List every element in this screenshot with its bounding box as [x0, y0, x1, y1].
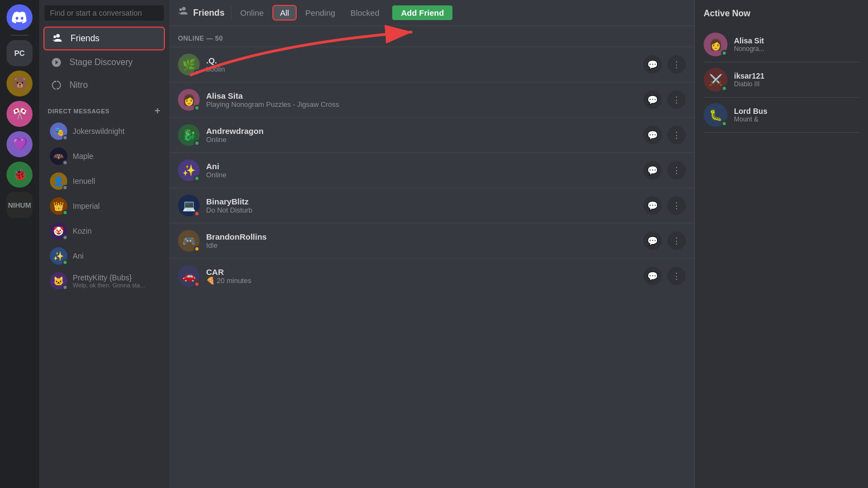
dm-avatar-jokerswildnight: 🎭: [50, 123, 67, 140]
stage-discovery-label: Stage Discovery: [69, 57, 133, 67]
dm-name-ani: Ani: [73, 252, 84, 260]
server-icon-pc[interactable]: PC: [7, 40, 33, 66]
status-online-dot: [62, 210, 68, 215]
dm-name-jokerswildnight: Jokerswildnight: [73, 127, 125, 136]
friend-status-brandonrollins: [194, 246, 200, 252]
friend-more-btn-binaryblitz[interactable]: ⋮: [667, 196, 686, 215]
friend-avatar-alisa: 👩: [178, 89, 200, 111]
dm-avatar-maple: 🦇: [50, 147, 67, 165]
friend-info-q: .Q. boolin: [206, 56, 643, 73]
dm-avatar-prettykitty: 🐱: [50, 272, 67, 290]
friend-status-q: [194, 69, 200, 76]
tab-online[interactable]: Online: [234, 6, 270, 20]
friend-row-brandonrollins[interactable]: 🎮 BrandonRollins Idle 💬 ⋮: [169, 223, 694, 258]
friend-avatar-ani: ✨: [178, 159, 200, 181]
active-name-alisa: Alisa Sit: [734, 36, 764, 45]
active-user-alisa[interactable]: 👩 Alisa Sit Nonogra...: [704, 27, 859, 62]
active-status-lordbug: [721, 120, 727, 127]
friend-message-btn-car[interactable]: 💬: [643, 267, 662, 285]
dm-item-imperial[interactable]: 👑 Imperial: [43, 194, 165, 218]
friend-row-q[interactable]: 🌿 .Q. boolin 💬 ⋮: [169, 47, 694, 82]
dm-name-imperial: Imperial: [73, 202, 100, 210]
search-box[interactable]: Find or start a conversation: [44, 5, 164, 21]
friend-name-ani: Ani: [206, 162, 643, 171]
friend-more-btn-brandonrollins[interactable]: ⋮: [667, 232, 686, 250]
friend-row-alisa[interactable]: 👩 Alisa Sita Playing Nonogram Puzzles - …: [169, 82, 694, 117]
friend-avatar-q: 🌿: [178, 54, 200, 75]
friend-row-car[interactable]: 🚗 CAR 🍕 20 minutes 💬 ⋮: [169, 258, 694, 293]
active-avatar-alisa: 👩: [704, 33, 727, 56]
friend-sub-ani: Online: [206, 171, 643, 179]
friend-message-btn-brandonrollins[interactable]: 💬: [643, 232, 662, 250]
dm-item-prettykitty[interactable]: 🐱 PrettyKitty {Bubs} Welp, ok then. Gonn…: [43, 269, 165, 293]
friend-sub-q: boolin: [206, 65, 643, 73]
active-status-iksar: [721, 85, 727, 92]
friend-row-binaryblitz[interactable]: 💻 BinaryBlitz Do Not Disturb 💬 ⋮: [169, 188, 694, 223]
active-user-lordbug[interactable]: 🐛 Lord Bus Mount &: [704, 98, 859, 133]
active-info-iksar: iksar121 Diablo III: [734, 72, 764, 88]
nav-friends[interactable]: Friends: [43, 27, 165, 50]
friend-message-btn-andrewdragon[interactable]: 💬: [643, 126, 662, 144]
tab-blocked[interactable]: Blocked: [344, 6, 386, 20]
discord-home-icon[interactable]: [7, 4, 33, 30]
friend-actions-brandonrollins: 💬 ⋮: [643, 232, 686, 250]
dm-add-button[interactable]: +: [155, 105, 161, 117]
server-icon-bear[interactable]: 🐻: [7, 70, 33, 97]
status-offline-dot: [62, 285, 68, 290]
friend-message-btn-binaryblitz[interactable]: 💬: [643, 196, 662, 215]
dm-item-jokerswildnight[interactable]: 🎭 Jokerswildnight: [43, 119, 165, 143]
status-offline-dot: [62, 235, 68, 240]
active-user-iksar[interactable]: ⚔️ iksar121 Diablo III: [704, 62, 859, 98]
active-info-lordbug: Lord Bus Mount &: [734, 107, 767, 123]
server-icon-anime2[interactable]: 💜: [7, 131, 33, 157]
friend-sub-car: 🍕 20 minutes: [206, 277, 643, 285]
active-sub-alisa: Nonogra...: [734, 45, 764, 53]
active-avatar-iksar: ⚔️: [704, 68, 727, 92]
friend-more-btn-alisa[interactable]: ⋮: [667, 91, 686, 109]
friend-avatar-brandonrollins: 🎮: [178, 230, 200, 252]
friend-avatar-car: 🚗: [178, 265, 200, 287]
friend-more-btn-car[interactable]: ⋮: [667, 267, 686, 285]
search-placeholder: Find or start a conversation: [50, 9, 142, 17]
dm-avatar-ani: ✨: [50, 247, 67, 265]
friend-more-btn-q[interactable]: ⋮: [667, 55, 686, 74]
server-icon-bug[interactable]: 🐞: [7, 162, 33, 188]
add-friend-button[interactable]: Add Friend: [392, 5, 452, 20]
nav-nitro[interactable]: Nitro: [43, 74, 165, 96]
nav-stage-discovery[interactable]: Stage Discovery: [43, 52, 165, 73]
friends-list: ONLINE — 50 🌿 .Q. boolin 💬 ⋮ 👩 Al: [169, 26, 694, 488]
friend-sub-alisa: Playing Nonogram Puzzles - Jigsaw Cross: [206, 100, 643, 108]
friend-row-ani[interactable]: ✨ Ani Online 💬 ⋮: [169, 152, 694, 188]
dm-item-ienuell[interactable]: 👤 Ienuell: [43, 169, 165, 193]
friend-row-andrewdragon[interactable]: 🐉 Andrewdragon Online 💬 ⋮: [169, 117, 694, 152]
friend-info-car: CAR 🍕 20 minutes: [206, 267, 643, 285]
friend-name-brandonrollins: BrandonRollins: [206, 232, 643, 241]
server-icon-nihum[interactable]: NIHUM: [7, 192, 33, 218]
server-icon-anime1[interactable]: 🎌: [7, 101, 33, 127]
dm-item-kozin[interactable]: 🤡 Kozin: [43, 219, 165, 243]
dm-name-maple: Maple: [73, 152, 93, 160]
friend-status-alisa: [194, 105, 200, 111]
dm-item-ani[interactable]: ✨ Ani: [43, 244, 165, 268]
friend-actions-binaryblitz: 💬 ⋮: [643, 196, 686, 215]
nitro-label: Nitro: [69, 80, 88, 90]
friend-message-btn-alisa[interactable]: 💬: [643, 91, 662, 109]
server-divider: [11, 35, 28, 36]
friend-more-btn-andrewdragon[interactable]: ⋮: [667, 126, 686, 144]
tab-pending[interactable]: Pending: [299, 6, 342, 20]
friend-name-alisa: Alisa Sita: [206, 91, 643, 100]
active-sub-lordbug: Mount &: [734, 115, 767, 123]
friend-name-andrewdragon: Andrewdragon: [206, 126, 643, 136]
tab-all[interactable]: All: [272, 5, 297, 21]
dm-avatar-kozin: 🤡: [50, 222, 67, 240]
friends-nav-label: Friends: [71, 34, 99, 43]
main-content: Friends Online All Pending Blocked Add F…: [169, 0, 694, 488]
friend-info-andrewdragon: Andrewdragon Online: [206, 126, 643, 144]
status-online-dot: [62, 260, 68, 265]
active-now-title: Active Now: [704, 9, 859, 18]
friend-message-btn-q[interactable]: 💬: [643, 55, 662, 74]
dm-item-maple[interactable]: 🦇 Maple: [43, 144, 165, 168]
friend-more-btn-ani[interactable]: ⋮: [667, 161, 686, 179]
friend-message-btn-ani[interactable]: 💬: [643, 161, 662, 179]
friend-sub-binaryblitz: Do Not Disturb: [206, 206, 643, 214]
